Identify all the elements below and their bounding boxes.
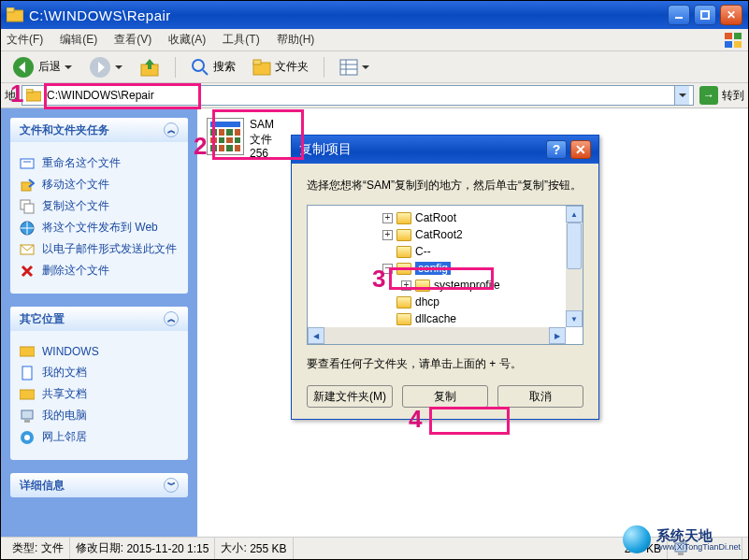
menu-favorites[interactable]: 收藏(A): [168, 32, 206, 48]
task-publish[interactable]: 将这个文件发布到 Web: [20, 220, 179, 236]
tree-item-label: systemprofile: [434, 279, 500, 292]
scroll-right-arrow-icon[interactable]: ▶: [549, 327, 566, 344]
file-name: SAM: [250, 118, 274, 133]
menu-view[interactable]: 查看(V): [114, 32, 151, 48]
address-bar: 地 C:\WINDOWS\Repair → 转到: [1, 83, 748, 108]
folder-icon: [415, 280, 430, 292]
scroll-up-arrow-icon[interactable]: ▲: [566, 206, 583, 223]
expand-icon[interactable]: +: [401, 280, 411, 291]
place-windows[interactable]: WINDOWS: [20, 344, 179, 359]
tree-item[interactable]: +systemprofile: [308, 277, 566, 294]
svg-rect-32: [24, 420, 30, 423]
tree-item-label: dllcache: [415, 312, 456, 325]
folders-button[interactable]: 文件夹: [247, 57, 314, 78]
tree-item[interactable]: dhcp: [308, 294, 566, 310]
copy-button[interactable]: 复制: [402, 385, 488, 408]
task-label: 移动这个文件: [42, 177, 109, 193]
window-title: C:\WINDOWS\Repair: [29, 7, 668, 23]
folder-tree[interactable]: +CatRoot+CatRoot2C--−config+systemprofil…: [307, 205, 583, 345]
address-input[interactable]: C:\WINDOWS\Repair: [22, 85, 694, 106]
place-shared[interactable]: 共享文档: [20, 386, 179, 402]
go-label: 转到: [722, 88, 744, 104]
minimize-button[interactable]: [668, 5, 690, 25]
menu-edit[interactable]: 编辑(E): [60, 32, 97, 48]
task-move[interactable]: 移动这个文件: [20, 177, 179, 193]
tree-item[interactable]: +CatRoot: [308, 209, 566, 226]
copy-label: 复制: [434, 389, 456, 405]
views-button[interactable]: [334, 57, 375, 78]
status-type-label: 类型:: [12, 540, 37, 556]
close-button[interactable]: ✕: [720, 5, 742, 25]
scroll-thumb[interactable]: [567, 223, 582, 269]
svg-rect-2: [675, 17, 683, 19]
svg-line-12: [203, 70, 208, 75]
move-icon: [20, 178, 35, 193]
back-label: 后退: [38, 59, 61, 75]
watermark-url: www.XiTongTianDi.net: [656, 542, 741, 552]
new-folder-label: 新建文件夹(M): [313, 389, 386, 405]
window-titlebar: C:\WINDOWS\Repair ✕: [1, 1, 748, 29]
address-label: 地: [5, 88, 16, 104]
menu-tools[interactable]: 工具(T): [223, 32, 259, 48]
dialog-help-button[interactable]: ?: [546, 140, 567, 159]
watermark-text: 系统天地: [656, 528, 741, 542]
go-arrow-icon: →: [699, 86, 718, 105]
maximize-button[interactable]: [694, 5, 716, 25]
svg-rect-29: [22, 366, 32, 380]
go-button[interactable]: → 转到: [699, 86, 744, 105]
up-button[interactable]: [134, 55, 166, 79]
folder-icon: [396, 296, 411, 309]
place-label: 我的电脑: [42, 408, 87, 424]
address-dropdown[interactable]: [674, 86, 689, 105]
task-copy[interactable]: 复制这个文件: [20, 198, 179, 214]
tasks-panel-header[interactable]: 文件和文件夹任务 ︽: [10, 118, 188, 142]
back-button[interactable]: 后退: [7, 54, 78, 80]
search-label: 搜索: [213, 59, 236, 75]
tree-horizontal-scrollbar[interactable]: ◀ ▶: [308, 327, 566, 344]
svg-rect-25: [24, 204, 34, 213]
file-item-sam[interactable]: SAM 文件 256: [207, 118, 274, 162]
search-button[interactable]: 搜索: [185, 56, 241, 79]
cancel-button[interactable]: 取消: [497, 385, 583, 408]
svg-rect-14: [253, 60, 261, 65]
place-mydocs[interactable]: 我的文档: [20, 365, 179, 381]
tree-item[interactable]: −config: [308, 260, 566, 277]
scroll-down-arrow-icon[interactable]: ▼: [566, 310, 583, 327]
menu-file[interactable]: 文件(F): [7, 32, 43, 48]
status-size-value: 255 KB: [250, 542, 286, 555]
tasks-panel: 文件和文件夹任务 ︽ 重命名这个文件 移动这个文件 复制这个文件 将这个文件发布…: [10, 118, 188, 294]
folder-icon: [7, 7, 23, 22]
menu-help[interactable]: 帮助(H): [277, 32, 315, 48]
place-network[interactable]: 网上邻居: [20, 429, 179, 445]
tree-item[interactable]: dllcache: [308, 310, 566, 327]
tree-item[interactable]: +CatRoot2: [308, 226, 566, 243]
tree-item[interactable]: C--: [308, 243, 566, 260]
task-rename[interactable]: 重命名这个文件: [20, 155, 179, 171]
expand-icon[interactable]: +: [382, 213, 393, 223]
tree-vertical-scrollbar[interactable]: ▲ ▼: [566, 206, 583, 327]
forward-button[interactable]: [83, 54, 128, 80]
new-folder-button[interactable]: 新建文件夹(M): [307, 385, 393, 408]
task-label: 复制这个文件: [42, 198, 109, 214]
other-places-header[interactable]: 其它位置 ︽: [10, 307, 188, 331]
details-header[interactable]: 详细信息 ︾: [10, 473, 188, 497]
chevron-down-icon: ︾: [164, 478, 179, 493]
svg-rect-15: [340, 60, 357, 75]
dialog-close-button[interactable]: ✕: [570, 140, 591, 159]
copy-icon: [20, 199, 35, 214]
separator: [175, 57, 176, 78]
svg-rect-3: [701, 11, 709, 19]
collapse-icon[interactable]: −: [382, 264, 393, 274]
tree-item-label: CatRoot: [415, 211, 456, 224]
place-mycomputer[interactable]: 我的电脑: [20, 408, 179, 424]
separator: [324, 57, 324, 78]
menu-bar: 文件(F) 编辑(E) 查看(V) 收藏(A) 工具(T) 帮助(H): [1, 29, 748, 51]
scroll-left-arrow-icon[interactable]: ◀: [308, 327, 324, 344]
task-delete[interactable]: 删除这个文件: [20, 263, 179, 279]
file-type: 文件: [250, 133, 274, 148]
task-email[interactable]: 以电子邮件形式发送此文件: [20, 241, 179, 257]
search-icon: [191, 58, 209, 77]
file-list-pane[interactable]: SAM 文件 256 复制项目 ? ✕ 选择您想将“SAM”复制到的地方，然后单…: [197, 108, 748, 537]
svg-rect-5: [734, 33, 742, 39]
expand-icon[interactable]: +: [382, 230, 393, 240]
